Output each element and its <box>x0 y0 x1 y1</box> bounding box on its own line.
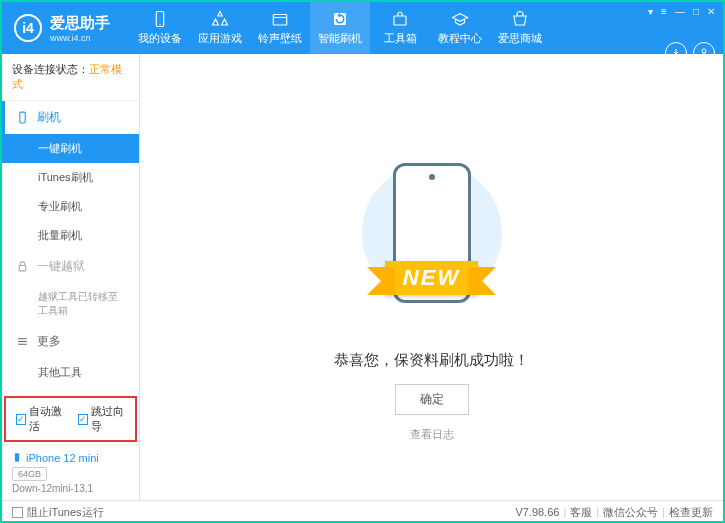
footer: 阻止iTunes运行 V7.98.66 | 客服 | 微信公众号 | 检查更新 <box>2 500 723 523</box>
menu-icon[interactable]: ▾ <box>648 6 653 17</box>
checkbox-auto-activate[interactable]: ✓自动激活 <box>16 404 64 434</box>
body: 设备连接状态：正常模式 刷机 一键刷机 iTunes刷机 专业刷机 批量刷机 一… <box>2 54 723 500</box>
sidebar-jailbreak-note: 越狱工具已转移至工具箱 <box>2 283 139 325</box>
main-content: NEW 恭喜您，保资料刷机成功啦！ 确定 查看日志 <box>140 54 723 500</box>
svg-rect-6 <box>20 112 25 123</box>
view-log-link[interactable]: 查看日志 <box>410 427 454 442</box>
sidebar-group-more[interactable]: 更多 <box>2 325 139 358</box>
update-link[interactable]: 检查更新 <box>669 505 713 520</box>
separator: | <box>596 506 599 518</box>
service-link[interactable]: 客服 <box>570 505 592 520</box>
phone-icon <box>12 451 22 464</box>
nav-toolbox[interactable]: 工具箱 <box>370 2 430 54</box>
check-icon: ✓ <box>16 414 26 425</box>
more-icon <box>16 335 29 348</box>
nav-label: 爱思商城 <box>498 31 542 46</box>
new-ribbon: NEW <box>385 261 478 295</box>
sidebar-list: 刷机 一键刷机 iTunes刷机 专业刷机 批量刷机 一键越狱 越狱工具已转移至… <box>2 101 139 394</box>
svg-point-1 <box>159 24 161 26</box>
minimize-icon[interactable]: — <box>675 6 685 17</box>
download-button[interactable] <box>665 42 687 64</box>
svg-rect-8 <box>15 453 19 461</box>
device-id: Down-12mini-13,1 <box>12 483 129 494</box>
maximize-icon[interactable]: □ <box>693 6 699 17</box>
refresh-icon <box>331 10 349 28</box>
nav-label: 工具箱 <box>384 31 417 46</box>
version-label: V7.98.66 <box>515 506 559 518</box>
footer-right: V7.98.66 | 客服 | 微信公众号 | 检查更新 <box>515 505 713 520</box>
main-nav: 我的设备 应用游戏 铃声壁纸 智能刷机 工具箱 教程中心 爱思商城 <box>130 2 550 54</box>
chk-label: 自动激活 <box>29 404 64 434</box>
window-controls: ▾ ≡ — □ ✕ <box>648 6 715 17</box>
block-itunes-label: 阻止iTunes运行 <box>27 505 104 520</box>
nav-label: 铃声壁纸 <box>258 31 302 46</box>
chk-label: 跳过向导 <box>91 404 126 434</box>
group-label: 刷机 <box>37 109 61 126</box>
nav-label: 应用游戏 <box>198 31 242 46</box>
folder-icon <box>271 10 289 28</box>
nav-flash[interactable]: 智能刷机 <box>310 2 370 54</box>
ok-button[interactable]: 确定 <box>395 384 469 415</box>
nav-label: 智能刷机 <box>318 31 362 46</box>
svg-rect-7 <box>19 265 26 270</box>
checkbox-row: ✓自动激活 ✓跳过向导 <box>4 396 137 442</box>
nav-ringtone[interactable]: 铃声壁纸 <box>250 2 310 54</box>
checkbox-skip-guide[interactable]: ✓跳过向导 <box>78 404 126 434</box>
device-info: iPhone 12 mini 64GB Down-12mini-13,1 <box>2 444 139 500</box>
sidebar-group-flash[interactable]: 刷机 <box>2 101 139 134</box>
app-title: 爱思助手 <box>50 14 110 33</box>
nav-label: 我的设备 <box>138 31 182 46</box>
close-icon[interactable]: ✕ <box>707 6 715 17</box>
device-storage: 64GB <box>12 467 47 481</box>
nav-label: 教程中心 <box>438 31 482 46</box>
device-status: 设备连接状态：正常模式 <box>2 54 139 101</box>
logo-text: 爱思助手 www.i4.cn <box>50 14 110 43</box>
group-label: 一键越狱 <box>37 258 85 275</box>
svg-rect-4 <box>394 16 406 25</box>
checkbox-block-itunes[interactable] <box>12 507 23 518</box>
svg-point-5 <box>702 49 706 53</box>
sidebar-item-other[interactable]: 其他工具 <box>2 358 139 387</box>
nav-tutorial[interactable]: 教程中心 <box>430 2 490 54</box>
app-header: i4 爱思助手 www.i4.cn 我的设备 应用游戏 铃声壁纸 智能刷机 工具… <box>2 2 723 54</box>
app-subtitle: www.i4.cn <box>50 33 110 43</box>
sidebar-item-oneclick[interactable]: 一键刷机 <box>2 134 139 163</box>
wechat-link[interactable]: 微信公众号 <box>603 505 658 520</box>
sidebar-item-download[interactable]: 下载固件 <box>2 387 139 394</box>
store-icon <box>511 10 529 28</box>
header-right: ▾ ≡ — □ ✕ <box>648 6 715 17</box>
hat-icon <box>451 10 469 28</box>
device-name-row[interactable]: iPhone 12 mini <box>12 451 129 464</box>
footer-left: 阻止iTunes运行 <box>12 505 104 520</box>
sidebar-item-itunes[interactable]: iTunes刷机 <box>2 163 139 192</box>
phone-icon <box>151 10 169 28</box>
logo-icon: i4 <box>14 14 42 42</box>
nav-apps[interactable]: 应用游戏 <box>190 2 250 54</box>
nav-my-device[interactable]: 我的设备 <box>130 2 190 54</box>
list-icon[interactable]: ≡ <box>661 6 667 17</box>
separator: | <box>662 506 665 518</box>
nav-store[interactable]: 爱思商城 <box>490 2 550 54</box>
separator: | <box>563 506 566 518</box>
apps-icon <box>211 10 229 28</box>
status-label: 设备连接状态： <box>12 63 89 75</box>
check-icon: ✓ <box>78 414 88 425</box>
success-illustration: NEW <box>342 133 522 333</box>
group-label: 更多 <box>37 333 61 350</box>
lock-icon <box>16 260 29 273</box>
sidebar-group-jailbreak: 一键越狱 <box>2 250 139 283</box>
logo-area: i4 爱思助手 www.i4.cn <box>2 14 122 43</box>
ribbon-text: NEW <box>385 261 478 295</box>
device-name: iPhone 12 mini <box>26 452 99 464</box>
success-message: 恭喜您，保资料刷机成功啦！ <box>334 351 529 370</box>
toolbox-icon <box>391 10 409 28</box>
sidebar-item-pro[interactable]: 专业刷机 <box>2 192 139 221</box>
svg-rect-2 <box>273 15 287 26</box>
sidebar-item-batch[interactable]: 批量刷机 <box>2 221 139 250</box>
sidebar: 设备连接状态：正常模式 刷机 一键刷机 iTunes刷机 专业刷机 批量刷机 一… <box>2 54 140 500</box>
user-button[interactable] <box>693 42 715 64</box>
phone-icon <box>16 111 29 124</box>
